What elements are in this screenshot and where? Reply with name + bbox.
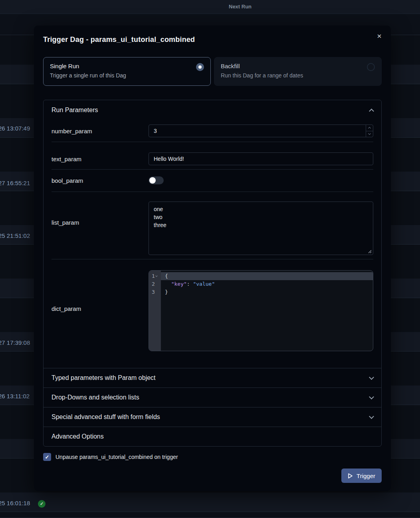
- json-colon-token: :: [187, 281, 193, 287]
- line-number: 2: [149, 280, 161, 288]
- single-run-radio[interactable]: [196, 63, 204, 71]
- chevron-down-icon: [369, 394, 374, 399]
- next-run-column-header: Next Run: [229, 4, 252, 10]
- field-row-number-param: number_param: [44, 120, 381, 142]
- toggle-knob: [149, 177, 156, 184]
- editor-gutter: 1 2 3: [149, 271, 161, 351]
- list-param-textarea[interactable]: one two three: [149, 202, 373, 255]
- success-check-icon: ✓: [38, 500, 46, 508]
- next-run-timestamp: 25 21:51:02: [0, 232, 30, 239]
- dict-param-code-editor[interactable]: 1 2 3 { "key": "value" }: [149, 270, 373, 351]
- stepper-decrement-button[interactable]: [366, 131, 373, 137]
- section-title: Special advanced stuff with form fields: [52, 413, 160, 421]
- run-parameters-header[interactable]: Run Parameters: [44, 100, 381, 120]
- chevron-up-icon: [369, 109, 374, 114]
- section-dropdowns[interactable]: Drop-Downs and selection lists: [44, 388, 381, 407]
- next-run-timestamp: 27 16:55:21: [0, 180, 30, 186]
- editor-content[interactable]: { "key": "value" }: [161, 271, 373, 351]
- unpause-row: ✓ Unpause params_ui_tutorial_combined on…: [43, 453, 382, 461]
- bool-param-toggle[interactable]: [149, 176, 164, 184]
- next-run-timestamp: 26 13:11:02: [0, 393, 30, 399]
- section-advanced-options[interactable]: Advanced Options: [44, 427, 381, 446]
- code-line-3: }: [161, 288, 373, 296]
- unpause-checkbox[interactable]: ✓: [43, 453, 51, 461]
- play-icon: [348, 473, 353, 479]
- section-title: Typed parameters with Param object: [52, 374, 156, 382]
- table-header-band: Next Run: [0, 0, 420, 14]
- section-special-advanced[interactable]: Special advanced stuff with form fields: [44, 407, 381, 427]
- section-typed-parameters[interactable]: Typed parameters with Param object: [44, 368, 381, 388]
- single-run-description: Trigger a single run of this Dag: [50, 72, 204, 79]
- field-row-dict-param: dict_param 1 2 3 { "key": "value" }: [44, 259, 381, 368]
- field-row-bool-param: bool_param: [44, 170, 381, 192]
- number-param-input[interactable]: [149, 125, 373, 137]
- run-parameters-title: Run Parameters: [52, 107, 98, 114]
- json-value-token: "value": [193, 281, 215, 287]
- modal-title: Trigger Dag - params_ui_tutorial_combine…: [43, 36, 382, 44]
- backfill-radio[interactable]: [367, 63, 375, 71]
- resize-handle-icon[interactable]: [368, 249, 372, 253]
- fold-chevron-icon[interactable]: [155, 275, 158, 277]
- chevron-down-icon: [369, 414, 374, 419]
- trigger-button-label: Trigger: [357, 473, 375, 479]
- number-stepper: [366, 125, 373, 137]
- field-row-text-param: text_param: [44, 142, 381, 169]
- line-number: 1: [149, 272, 161, 280]
- table-row: [0, 512, 420, 518]
- modal-footer: Trigger: [43, 469, 382, 483]
- trigger-dag-modal: Trigger Dag - params_ui_tutorial_combine…: [34, 26, 391, 491]
- text-param-input[interactable]: [149, 152, 373, 165]
- stepper-increment-button[interactable]: [366, 125, 373, 131]
- list-param-wrap: one two three: [149, 202, 373, 255]
- code-line-2: "key": "value": [161, 280, 373, 288]
- parameters-form: Run Parameters number_param text_param b…: [43, 100, 382, 447]
- single-run-label: Single Run: [50, 63, 204, 69]
- section-title: Drop-Downs and selection lists: [52, 394, 139, 401]
- code-line-1: {: [161, 272, 373, 280]
- next-run-timestamp: 27 17:39:08: [0, 339, 30, 346]
- backfill-label: Backfill: [221, 63, 375, 69]
- field-row-list-param: list_param one two three: [44, 192, 381, 259]
- next-run-timestamp: 26 13:07:49: [0, 125, 30, 132]
- dict-param-label: dict_param: [52, 305, 149, 312]
- trigger-button[interactable]: Trigger: [341, 469, 382, 483]
- next-run-timestamp: 25 16:01:18: [0, 500, 30, 506]
- list-param-label: list_param: [52, 219, 149, 226]
- run-mode-selector: Single Run Trigger a single run of this …: [43, 57, 382, 86]
- unpause-label: Unpause params_ui_tutorial_combined on t…: [55, 454, 178, 460]
- line-number-text: 1: [152, 272, 155, 280]
- number-param-wrap: [149, 125, 373, 137]
- backfill-description: Run this Dag for a range of dates: [221, 72, 375, 79]
- close-icon[interactable]: ✕: [374, 31, 384, 42]
- json-key-token: "key": [171, 281, 187, 287]
- chevron-down-icon: [368, 132, 371, 135]
- section-title: Advanced Options: [52, 433, 104, 440]
- backfill-card[interactable]: Backfill Run this Dag for a range of dat…: [214, 57, 382, 86]
- chevron-up-icon: [368, 127, 371, 130]
- number-param-label: number_param: [52, 128, 149, 134]
- text-param-label: text_param: [52, 156, 149, 162]
- single-run-card[interactable]: Single Run Trigger a single run of this …: [43, 57, 211, 86]
- line-number: 3: [149, 288, 161, 296]
- bool-param-label: bool_param: [52, 177, 149, 184]
- indent: [165, 281, 171, 287]
- chevron-down-icon: [369, 375, 374, 380]
